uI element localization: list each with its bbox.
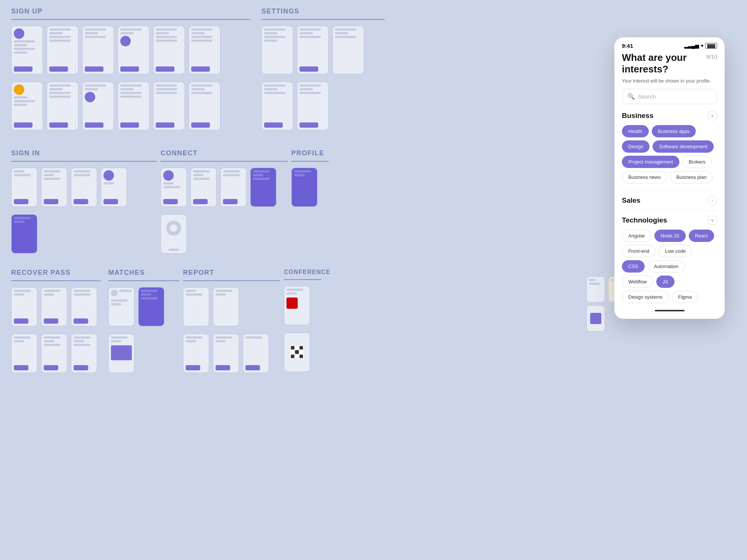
tag-design[interactable]: Design bbox=[622, 140, 650, 153]
tag-angular[interactable]: Angular bbox=[622, 230, 651, 242]
mockup-signup-7 bbox=[11, 82, 43, 130]
mockup-signup-8 bbox=[47, 82, 78, 130]
tag-business-apps[interactable]: Business apps bbox=[652, 125, 696, 137]
mockup-signup-9 bbox=[82, 82, 114, 130]
profile-label: PROFILE bbox=[291, 149, 329, 157]
tag-health[interactable]: Health bbox=[622, 125, 649, 137]
business-title: Business bbox=[622, 112, 653, 120]
mockup-signin-3 bbox=[71, 168, 97, 207]
matches-line bbox=[108, 280, 179, 281]
status-bar: 9:41 ▂▃▄▅ ⌖ ▓▓▓ bbox=[614, 37, 725, 52]
mockup-signup-10 bbox=[118, 82, 149, 130]
mockup-settings-4 bbox=[261, 82, 293, 130]
mockup-recover-2 bbox=[41, 287, 67, 326]
business-tags: Health Business apps Design Software dev… bbox=[622, 125, 717, 183]
sign-in-line bbox=[11, 161, 157, 162]
mockup-signin-5 bbox=[11, 214, 37, 253]
mockup-settings-1 bbox=[261, 26, 293, 74]
tag-figma[interactable]: Figma bbox=[672, 291, 698, 303]
connect-label: CONNECT bbox=[161, 149, 288, 157]
mockup-conference-1 bbox=[284, 286, 310, 325]
profile-section: PROFILE bbox=[291, 149, 329, 207]
sales-chevron[interactable]: › bbox=[707, 196, 717, 205]
technologies-chevron[interactable]: ∨ bbox=[707, 215, 717, 225]
sales-category-header[interactable]: Sales › bbox=[622, 196, 717, 205]
mockup-signup-3 bbox=[82, 26, 114, 74]
settings-row-2 bbox=[261, 82, 385, 130]
mockup-recover-1 bbox=[11, 287, 37, 326]
report-line bbox=[183, 280, 280, 281]
tag-brokers[interactable]: Brokers bbox=[682, 156, 712, 168]
tag-webflow[interactable]: Webflow bbox=[622, 276, 653, 288]
mockup-signup-6 bbox=[189, 26, 220, 74]
tag-css[interactable]: CSS bbox=[622, 260, 645, 273]
connect-section: CONNECT bbox=[161, 149, 288, 253]
sign-up-line bbox=[11, 19, 250, 20]
tag-nodejs[interactable]: Node.JS bbox=[654, 230, 686, 242]
mockup-settings-5 bbox=[297, 82, 329, 130]
matches-row-2 bbox=[108, 334, 179, 373]
time-display: 9:41 bbox=[622, 43, 633, 49]
interests-title: What are your interests? bbox=[622, 52, 697, 75]
mockup-report-3 bbox=[183, 334, 209, 373]
business-category-header[interactable]: Business ∨ bbox=[622, 111, 717, 121]
tag-js[interactable]: JS bbox=[656, 276, 675, 288]
matches-row-1 bbox=[108, 287, 179, 326]
interests-counter: 9/10 bbox=[706, 53, 717, 60]
mockup-settings-3 bbox=[332, 26, 364, 74]
sign-up-label: SIGN UP bbox=[11, 7, 250, 15]
conference-row-2 bbox=[284, 333, 321, 372]
connect-row-1 bbox=[161, 168, 288, 207]
mockup-connect-3 bbox=[220, 168, 247, 207]
report-row-1 bbox=[183, 287, 280, 326]
mockup-connect-2 bbox=[190, 168, 217, 207]
tag-project-mgmt[interactable]: Project management bbox=[622, 156, 679, 168]
tag-automation[interactable]: Automation bbox=[648, 260, 685, 273]
mockup-recover-3 bbox=[71, 287, 97, 326]
tag-low-code[interactable]: Low code bbox=[658, 245, 692, 257]
tag-business-plan[interactable]: Business plan bbox=[670, 171, 713, 183]
technologies-tags: Angular Node.JS React Front-end Low code… bbox=[622, 230, 717, 303]
settings-label: SETTINGS bbox=[261, 7, 385, 15]
mockup-signin-4 bbox=[101, 168, 127, 207]
tag-react[interactable]: React bbox=[689, 230, 714, 242]
conference-row-1 bbox=[284, 286, 321, 325]
signal-icon: ▂▃▄▅ bbox=[684, 43, 699, 49]
battery-icon: ▓▓▓ bbox=[705, 43, 717, 49]
conference-section: CONFERENCE bbox=[284, 269, 321, 372]
mockup-right-3 bbox=[586, 305, 605, 332]
tag-frontend[interactable]: Front-end bbox=[622, 245, 655, 257]
mockup-signup-2 bbox=[47, 26, 78, 74]
settings-line bbox=[261, 19, 385, 20]
mockup-recover-4 bbox=[11, 334, 37, 373]
technologies-title: Technologies bbox=[622, 216, 667, 224]
mockup-signup-12 bbox=[189, 82, 220, 130]
mockup-report-2 bbox=[213, 287, 239, 326]
settings-row-1 bbox=[261, 26, 385, 74]
recover-section: RECOVER PASS bbox=[11, 269, 101, 373]
wifi-icon: ⌖ bbox=[701, 43, 703, 49]
mockup-connect-1 bbox=[161, 168, 187, 207]
mockup-connect-4 bbox=[250, 168, 276, 207]
divider-2 bbox=[622, 210, 717, 210]
conference-label: CONFERENCE bbox=[284, 269, 321, 276]
tag-business-news[interactable]: Business news bbox=[622, 171, 667, 183]
mockup-matches-1 bbox=[108, 287, 134, 326]
technologies-category-header[interactable]: Technologies ∨ bbox=[622, 215, 717, 225]
tag-design-systems[interactable]: Design systems bbox=[622, 291, 669, 303]
sign-in-row-2 bbox=[11, 214, 157, 253]
profile-row-1 bbox=[291, 168, 329, 207]
report-label: REPORT bbox=[183, 269, 280, 277]
sign-in-row-1 bbox=[11, 168, 157, 207]
search-icon: 🔍 bbox=[627, 93, 635, 100]
mockup-profile-1 bbox=[291, 168, 317, 207]
sign-in-section: SIGN IN bbox=[11, 149, 157, 253]
sign-in-label: SIGN IN bbox=[11, 149, 157, 157]
mockup-signin-1 bbox=[11, 168, 37, 207]
settings-section: SETTINGS bbox=[261, 7, 385, 130]
tag-software-dev[interactable]: Software development bbox=[653, 140, 713, 153]
recover-line bbox=[11, 280, 101, 281]
sign-up-row-2 bbox=[11, 82, 250, 130]
search-box[interactable]: 🔍 Search bbox=[622, 89, 717, 104]
business-chevron[interactable]: ∨ bbox=[707, 111, 717, 121]
